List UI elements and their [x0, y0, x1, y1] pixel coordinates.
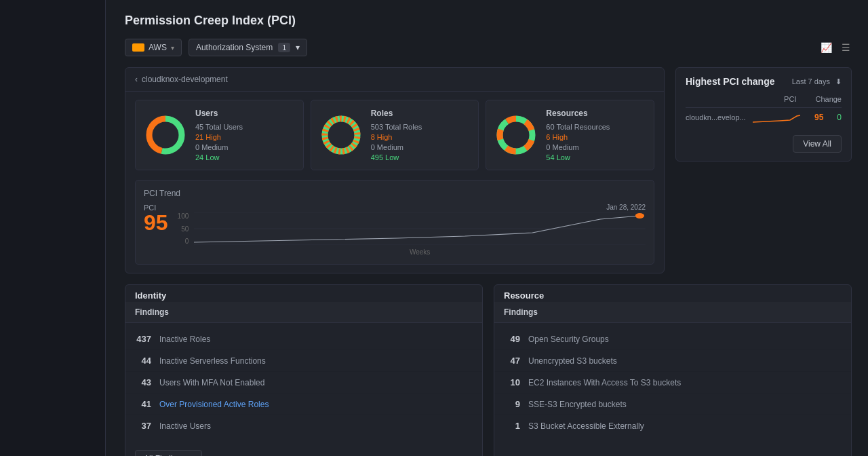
toolbar-right: 📈 ☰ [819, 41, 852, 54]
finding-count: 49 [504, 334, 520, 344]
list-item: 43 Users With MFA Not Enabled [125, 372, 482, 394]
identity-findings-body: 437 Inactive Roles 44 Inactive Serverles… [125, 323, 482, 442]
hp-controls: Last 7 days ⬇ [792, 77, 842, 86]
pci-value-big: 95 [144, 212, 168, 233]
aws-dropdown[interactable]: AWS ▾ [125, 39, 182, 56]
back-arrow-icon: ‹ [135, 75, 138, 84]
finding-name: Inactive Roles [159, 335, 210, 344]
trend-section: PCI Trend PCI 95 Jan 28, 2022 [135, 180, 654, 265]
download-icon[interactable]: ⬇ [835, 77, 842, 86]
finding-count: 44 [135, 356, 151, 366]
resource-panel: Resource Findings 49 Open Security Group… [494, 284, 852, 456]
pci-card: ‹ cloudknox-development [125, 67, 665, 273]
users-stat-info: Users 45 Total Users 21 High 0 Medium 24… [195, 109, 243, 162]
trend-header: PCI Trend [144, 189, 646, 198]
resources-total: 60 Total Resources [546, 123, 610, 131]
hp-time-label: Last 7 days [792, 77, 830, 86]
identity-findings-header: Findings [125, 302, 482, 323]
finding-name: EC2 Instances With Access To S3 buckets [528, 378, 681, 387]
resource-findings-header: Findings [494, 302, 851, 323]
auth-system-label: Authorization System [196, 43, 273, 52]
hp-sparkline [753, 111, 800, 124]
finding-name: Open Security Groups [528, 335, 609, 344]
finding-name: S3 Bucket Accessible Externally [528, 421, 644, 431]
col-pci: PCI [784, 95, 796, 103]
trend-body: PCI 95 Jan 28, 2022 100 50 [144, 204, 646, 256]
finding-name: SSE-S3 Encrypted buckets [528, 400, 627, 409]
chevron-down-icon-2: ▾ [296, 43, 300, 52]
hp-table-cols: PCI Change [686, 94, 842, 108]
pci-card-header: ‹ cloudknox-development [125, 68, 664, 92]
resources-label: Resources [546, 109, 610, 118]
list-item: 37 Inactive Users [125, 415, 482, 436]
auth-system-dropdown[interactable]: Authorization System 1 ▾ [189, 39, 308, 56]
roles-label: Roles [371, 109, 422, 118]
roles-high: 8 High [371, 133, 422, 141]
resources-donut [494, 113, 538, 157]
users-medium: 0 Medium [195, 143, 243, 151]
hp-row-values: 95 0 [801, 113, 842, 122]
hp-pci-value: 95 [814, 113, 823, 122]
resources-medium: 0 Medium [546, 143, 610, 151]
finding-count: 41 [135, 399, 151, 409]
users-low: 24 Low [195, 153, 243, 162]
chevron-down-icon: ▾ [171, 44, 174, 52]
identity-panel: Identity Findings 437 Inactive Roles 44 … [125, 284, 483, 456]
finding-count: 1 [504, 421, 520, 431]
two-col-layout: ‹ cloudknox-development [125, 67, 852, 273]
roles-low: 495 Low [371, 153, 422, 162]
resource-section-label: Resource [494, 285, 851, 302]
left-panel: ‹ cloudknox-development [125, 67, 665, 273]
all-findings-button[interactable]: All Findings ▾ [135, 450, 202, 456]
finding-name: Unencrypted S3 buckets [528, 356, 617, 366]
identity-section-label: Identity [125, 285, 482, 302]
bottom-section: Identity Findings 437 Inactive Roles 44 … [125, 284, 852, 456]
chart-icon-btn[interactable]: 📈 [819, 41, 833, 54]
users-stat-box: Users 45 Total Users 21 High 0 Medium 24… [135, 100, 304, 170]
users-high: 21 High [195, 133, 243, 141]
hp-title: Highest PCI change [686, 76, 774, 87]
roles-stat-info: Roles 503 Total Roles 8 High 0 Medium 49… [371, 109, 422, 162]
toolbar: AWS ▾ Authorization System 1 ▾ 📈 ☰ [125, 39, 852, 56]
highest-pci-panel: Highest PCI change Last 7 days ⬇ PCI Cha… [675, 67, 852, 162]
resources-stat-box: Resources 60 Total Resources 6 High 0 Me… [486, 100, 654, 170]
menu-icon-btn[interactable]: ☰ [840, 41, 852, 54]
roles-stat-box: Roles 503 Total Roles 8 High 0 Medium 49… [311, 100, 479, 170]
sidebar [0, 0, 106, 456]
list-item[interactable]: 41 Over Provisioned Active Roles [125, 394, 482, 415]
page-title: Permission Creep Index (PCI) [125, 14, 852, 28]
aws-icon [132, 43, 144, 52]
list-item: 10 EC2 Instances With Access To S3 bucke… [494, 372, 851, 394]
users-label: Users [195, 109, 243, 118]
finding-count: 43 [135, 377, 151, 387]
resources-high: 6 High [546, 133, 610, 141]
hp-row-left: cloudkn...evelop... [686, 111, 800, 124]
view-all-button[interactable]: View All [793, 135, 842, 153]
view-all-container: View All [686, 135, 842, 153]
auth-badge: 1 [278, 43, 290, 52]
resources-low: 54 Low [546, 153, 610, 162]
finding-name-active[interactable]: Over Provisioned Active Roles [159, 400, 269, 409]
roles-medium: 0 Medium [371, 143, 422, 151]
pci-card-body: Users 45 Total Users 21 High 0 Medium 24… [125, 92, 664, 273]
right-panel: Highest PCI change Last 7 days ⬇ PCI Cha… [675, 67, 852, 273]
svg-point-12 [635, 213, 644, 218]
finding-count: 10 [504, 377, 520, 387]
finding-name: Users With MFA Not Enabled [159, 378, 264, 387]
aws-label: AWS [149, 43, 167, 52]
y-label-100: 100 [178, 212, 189, 220]
list-item: 44 Inactive Serverless Functions [125, 350, 482, 372]
hp-header: Highest PCI change Last 7 days ⬇ [686, 76, 842, 87]
roles-total: 503 Total Roles [371, 123, 422, 131]
users-total: 45 Total Users [195, 123, 243, 131]
roles-donut [319, 113, 363, 157]
hp-rows: cloudkn...evelop... 95 0 [686, 108, 842, 127]
hp-change-value: 0 [837, 113, 842, 122]
finding-count: 437 [135, 334, 151, 344]
finding-name: Inactive Serverless Functions [159, 356, 266, 366]
y-label-50: 50 [178, 225, 189, 233]
resource-findings-body: 49 Open Security Groups 47 Unencrypted S… [494, 323, 851, 442]
pci-score: PCI 95 [144, 204, 168, 256]
list-item: 437 Inactive Roles [125, 328, 482, 350]
y-label-0: 0 [178, 238, 189, 245]
